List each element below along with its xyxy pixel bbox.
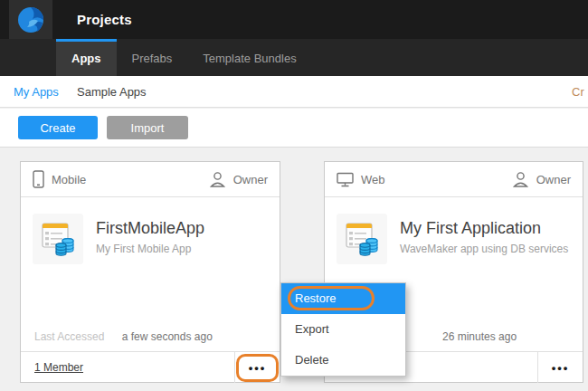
tab-prefabs[interactable]: Prefabs: [117, 39, 188, 76]
card-body: My First Application WaveMaker app using…: [337, 214, 574, 264]
person-icon: [512, 171, 529, 188]
last-accessed-value: a few seconds ago: [122, 330, 213, 343]
menu-item-export[interactable]: Export: [281, 314, 405, 345]
monitor-icon: [337, 172, 354, 187]
platform-label: Web: [361, 173, 385, 186]
top-bar: Projects: [0, 0, 588, 39]
projects-screen: Projects Apps Prefabs Template Bundles M…: [0, 0, 588, 391]
import-button[interactable]: Import: [107, 116, 188, 139]
app-name: FirstMobileApp: [96, 219, 204, 238]
ellipsis-icon[interactable]: •••: [537, 352, 583, 383]
role-label: Owner: [233, 173, 268, 186]
app-name: My First Application: [400, 219, 568, 238]
menu-item-delete[interactable]: Delete: [281, 345, 405, 376]
person-icon: [209, 171, 226, 188]
card-header: Mobile Owner: [21, 162, 280, 197]
menu-item-restore[interactable]: Restore: [281, 283, 405, 314]
app-card-firstmobileapp[interactable]: Mobile Owner: [20, 161, 280, 383]
wavemaker-logo[interactable]: [9, 0, 52, 39]
ellipsis-icon[interactable]: •••: [234, 352, 280, 383]
app-window-database-icon: [337, 214, 387, 264]
last-accessed-row: Last Accessed a few seconds ago: [34, 330, 213, 343]
main-tab-bar: Apps Prefabs Template Bundles: [0, 39, 588, 76]
last-accessed-value: 26 minutes ago: [442, 330, 517, 343]
card-footer: 1 Member •••: [21, 351, 280, 382]
tab-apps[interactable]: Apps: [56, 39, 117, 76]
phone-icon: [33, 170, 44, 188]
app-window-database-icon: [33, 214, 83, 264]
platform-label: Mobile: [52, 173, 86, 186]
members-link[interactable]: 1 Member: [34, 352, 83, 383]
app-description: WaveMaker app using DB services: [400, 243, 568, 255]
app-text-block: My First Application WaveMaker app using…: [400, 214, 568, 264]
subnav-truncated-link[interactable]: Cr: [572, 76, 584, 108]
last-accessed-label: Last Accessed: [34, 330, 104, 343]
page-title: Projects: [77, 0, 132, 39]
card-body: FirstMobileApp My First Mobile App: [33, 214, 270, 264]
card-header: Web Owner: [325, 162, 583, 197]
role-label: Owner: [536, 173, 571, 186]
toolbar: Create Import: [0, 109, 588, 148]
card-context-menu: Restore Export Delete: [280, 282, 406, 377]
wavemaker-logo-icon: [16, 5, 45, 34]
subnav-my-apps[interactable]: My Apps: [14, 76, 59, 108]
app-description: My First Mobile App: [96, 243, 204, 255]
subnav-sample-apps[interactable]: Sample Apps: [77, 76, 147, 108]
sub-nav: My Apps Sample Apps Cr: [0, 76, 588, 108]
tab-template-bundles[interactable]: Template Bundles: [187, 39, 311, 76]
create-button[interactable]: Create: [18, 116, 98, 139]
app-text-block: FirstMobileApp My First Mobile App: [96, 214, 204, 264]
